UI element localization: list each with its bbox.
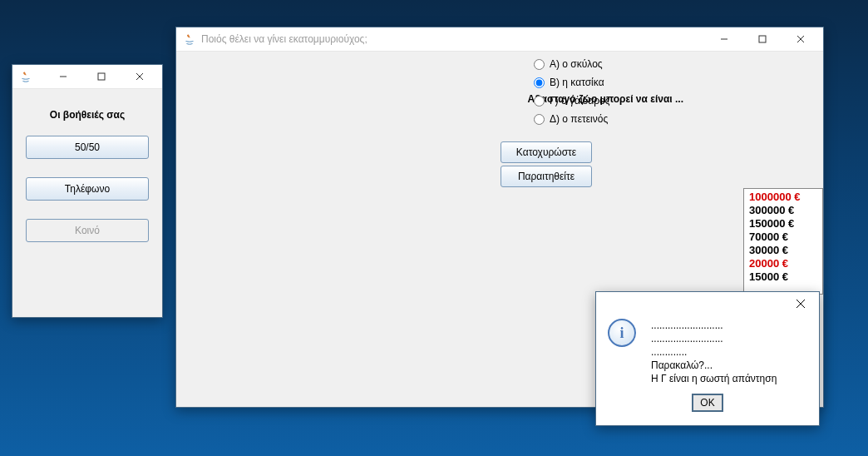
answer-option-Α[interactable]: Α) ο σκύλος [534,58,609,70]
help-body: Οι βοήθειές σας 50/50 Τηλέφωνο Κοινό [12,89,162,317]
minimize-button[interactable] [705,27,743,51]
prize-row: 70000 € [749,230,817,244]
prize-row: 20000 € [749,257,817,270]
answer-label-Δ: Δ) ο πετεινός [550,113,608,125]
close-button[interactable] [784,293,817,315]
answer-radio-Α[interactable] [534,59,545,70]
java-icon [183,32,196,46]
prize-row: 15000 € [749,270,817,284]
answer-label-Α: Α) ο σκύλος [550,58,603,70]
dialog-body: i ......................................… [596,315,819,385]
phone-button[interactable]: Τηλέφωνο [26,177,149,201]
answer-radio-Β[interactable] [534,77,545,88]
close-button[interactable] [782,27,820,51]
answer-label-Γ: Γ) ο γάιδαρος [550,95,609,107]
audience-label: Κοινό [75,225,100,236]
dialog-line: .......................... [651,332,777,345]
dialog-line: Παρακαλώ?... [651,359,777,372]
fifty-fifty-button[interactable]: 50/50 [26,136,149,159]
close-button[interactable] [121,65,159,88]
help-window: Οι βοήθειές σας 50/50 Τηλέφωνο Κοινό [12,64,163,318]
dialog-titlebar[interactable] [596,292,819,315]
maximize-button[interactable] [82,65,121,88]
answer-radio-Γ[interactable] [534,96,545,107]
dialog-line: .......................... [651,319,777,332]
ok-label: OK [700,397,714,409]
answer-option-Β[interactable]: Β) η κατσίκα [534,77,609,88]
info-dialog: i ......................................… [595,291,820,426]
phone-label: Τηλέφωνο [65,183,110,195]
lock-answer-label: Κατοχυρώστε [516,146,576,158]
minimize-button[interactable] [44,65,82,88]
fifty-fifty-label: 50/50 [75,141,100,153]
action-buttons: Κατοχυρώστε Παραιτηθείτε [501,141,592,187]
dialog-footer: OK [596,385,819,412]
lock-answer-button[interactable]: Κατοχυρώστε [501,141,592,163]
prize-row: 300000 € [749,204,817,217]
svg-rect-1 [98,73,105,80]
answers-group: Α) ο σκύλοςΒ) η κατσίκαΓ) ο γάιδαροςΔ) ο… [534,58,609,125]
help-heading: Οι βοήθειές σας [50,109,125,121]
svg-rect-5 [759,36,766,42]
audience-button: Κοινό [26,219,149,242]
prize-row: 30000 € [749,244,817,257]
info-icon: i [608,319,636,347]
prize-row: 1000000 € [749,191,817,204]
resign-button[interactable]: Παραιτηθείτε [501,166,592,187]
help-titlebar[interactable] [12,65,162,89]
prize-row: 150000 € [749,217,817,230]
main-title-text: Ποιός θέλει να γίνει εκατομμυριούχος; [201,33,367,45]
ok-button[interactable]: OK [692,394,723,412]
dialog-line: Η Γ είναι η σωστή απάντηση [651,372,777,385]
dialog-line: ............. [651,345,777,359]
answer-option-Δ[interactable]: Δ) ο πετεινός [534,113,609,125]
java-icon [19,70,32,83]
resign-label: Παραιτηθείτε [518,171,575,182]
prize-ladder: 1000000 €300000 €150000 €70000 €30000 €2… [743,188,823,295]
main-titlebar[interactable]: Ποιός θέλει να γίνει εκατομμυριούχος; [176,27,823,52]
answer-label-Β: Β) η κατσίκα [550,77,604,88]
answer-option-Γ[interactable]: Γ) ο γάιδαρος [534,95,609,107]
answer-radio-Δ[interactable] [534,114,545,125]
maximize-button[interactable] [743,27,782,51]
dialog-message: ........................................… [651,319,777,385]
